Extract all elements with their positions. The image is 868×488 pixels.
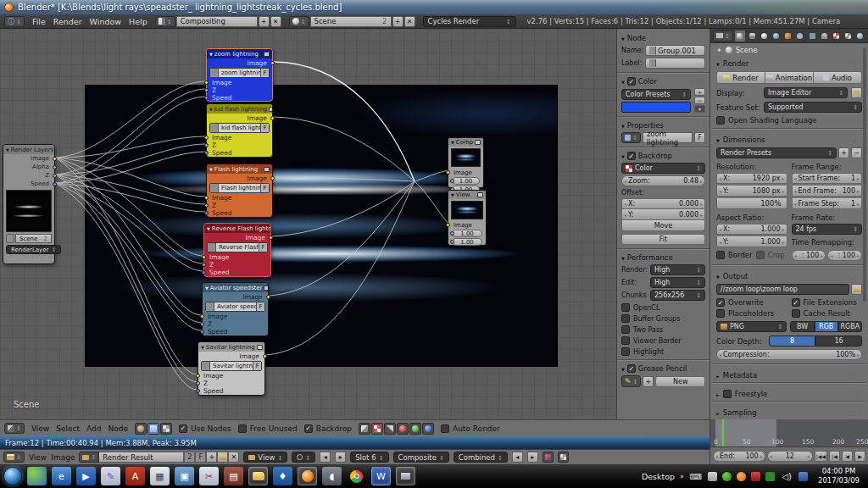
taskbar-chrome-icon[interactable] [347, 467, 366, 485]
node-group-savitar-lightning[interactable]: Savitar lightning Image Savitar lightnin… [198, 341, 265, 396]
collapse-icon[interactable] [207, 225, 210, 232]
next-layer-button[interactable]: ▸ [527, 452, 538, 463]
output-socket-image[interactable] [269, 236, 273, 240]
tray-app-icon-3[interactable] [737, 472, 746, 481]
add-preset-button[interactable]: + [694, 88, 705, 96]
backdrop-fit-button[interactable]: Fit [621, 234, 705, 245]
taskbar-media-player-icon[interactable]: ▶ [76, 467, 96, 485]
backdrop-move-button[interactable]: Move [621, 220, 705, 231]
node-composite[interactable]: Comp Image 1.00 1.00 [448, 137, 484, 188]
taskbar-internet-explorer-icon[interactable]: e [52, 467, 71, 485]
fake-user-button[interactable]: F [260, 184, 269, 192]
alpha-value-slider[interactable]: 1.00 [452, 230, 482, 237]
group-datablock[interactable]: zoom lightningF [209, 68, 270, 78]
tab-physics-icon[interactable] [855, 30, 865, 42]
menu-render[interactable]: Render [53, 17, 82, 26]
panel-color-header[interactable]: Color⋮⋮⋮ [621, 77, 705, 86]
frame-step[interactable]: Frame Step:1 [792, 198, 863, 209]
buffer-groups-checkbox[interactable] [621, 314, 630, 323]
auto-render-checkbox[interactable] [441, 424, 449, 433]
group-datablock[interactable]: kid flash lightningF [209, 123, 270, 133]
pin-icon[interactable]: ✦ [716, 47, 722, 54]
scrollbar[interactable] [863, 47, 866, 302]
use-nodes-checkbox[interactable] [179, 424, 187, 433]
snap-toggle[interactable] [359, 423, 370, 435]
current-frame-field[interactable]: 12 [767, 451, 813, 462]
input-socket-z[interactable] [196, 381, 200, 385]
tab-object-icon[interactable] [783, 30, 793, 42]
view-mode-select[interactable]: View [243, 452, 287, 463]
color-mode-rgb[interactable]: RGB [815, 321, 838, 332]
open-image-button[interactable] [217, 452, 228, 463]
editor-type-button[interactable] [713, 30, 733, 42]
z-value-slider[interactable]: 1.00 [452, 238, 482, 246]
taskbar-calculator-icon[interactable]: ▦ [150, 467, 170, 485]
animation-button[interactable]: Animation [765, 71, 814, 84]
close-scene-button[interactable]: ✕ [404, 16, 415, 27]
freestyle-checkbox[interactable] [723, 390, 732, 398]
backdrop-channel-select[interactable]: Color [621, 163, 705, 174]
panel-render-header[interactable]: Render⋮⋮⋮ [716, 57, 862, 69]
end-frame-field[interactable]: End:100 [713, 451, 765, 462]
menu-view[interactable]: View [31, 424, 49, 433]
output-socket-image[interactable] [263, 354, 267, 358]
collapse-icon[interactable] [451, 139, 454, 146]
input-socket-image[interactable] [446, 223, 450, 227]
image-icon[interactable] [79, 452, 99, 463]
node-color-swatch[interactable] [621, 102, 691, 113]
fake-user-button[interactable]: F [195, 452, 206, 463]
depth-8[interactable]: 8 [769, 336, 815, 347]
fake-user-button[interactable]: F [256, 302, 264, 311]
viewer-border-checkbox[interactable] [621, 336, 630, 345]
node-group-aviator-speedster[interactable]: Aviator speedster Image Aviator speedste… [202, 282, 269, 336]
performance-render-select[interactable]: High [650, 264, 705, 275]
collapse-icon[interactable] [209, 106, 213, 113]
highlight-checkbox[interactable] [621, 347, 630, 356]
depth-16[interactable]: 16 [815, 336, 862, 347]
node-name-field[interactable]: Group.001 [645, 45, 705, 56]
taskbar-dictionary-icon[interactable]: A [125, 467, 145, 485]
overwrite-checkbox[interactable] [716, 298, 725, 307]
start-button[interactable] [3, 467, 22, 485]
scene-icon[interactable] [6, 234, 14, 243]
remap-new[interactable]: : 100 [827, 250, 862, 261]
scene-field[interactable]: Scene2 [310, 16, 392, 27]
editor-type-button[interactable] [3, 452, 25, 463]
fake-user-button[interactable]: F [253, 362, 261, 370]
output-socket-image[interactable] [270, 61, 275, 65]
taskbar-blender-icon[interactable] [298, 467, 317, 485]
tab-render-icon[interactable] [735, 30, 745, 42]
tray-volume-icon[interactable]: ◁) [780, 469, 793, 483]
timeline-ruler[interactable]: 0 50 100 150 200 250 [710, 419, 868, 447]
tray-app-icon-5[interactable] [765, 472, 775, 481]
prev-slot-button[interactable]: ◂ [320, 452, 331, 463]
input-socket-z[interactable] [204, 203, 209, 208]
output-socket-z[interactable] [53, 174, 57, 178]
grease-pencil-checkbox[interactable] [627, 364, 636, 373]
node-group-reverse-flash-lightning[interactable]: Reverse Flash lightning Image Reverse Fl… [203, 223, 271, 277]
tab-constraints-icon[interactable] [795, 30, 805, 42]
audio-button[interactable]: Audio [814, 71, 862, 84]
display-select[interactable]: Image Editor [764, 87, 848, 98]
draw-channels-toggle[interactable] [542, 452, 554, 463]
aspect-y[interactable]: Y:1.000 [716, 236, 787, 247]
input-socket-image[interactable] [202, 255, 206, 259]
grease-pencil-icon[interactable]: ✎ [621, 375, 641, 387]
taskbar-computer-icon[interactable] [396, 467, 415, 485]
panel-backdrop-header[interactable]: Backdrop⋮⋮⋮ [621, 152, 705, 160]
input-socket-image[interactable] [204, 80, 209, 85]
blue-channel-toggle[interactable] [422, 423, 434, 435]
input-socket-speed[interactable] [204, 151, 209, 155]
backdrop-checkbox[interactable] [304, 424, 313, 433]
fake-user-button[interactable]: F [259, 243, 267, 252]
jump-to-start-button[interactable]: |◀◀ [815, 451, 827, 462]
taskbar-word-icon[interactable]: W [371, 467, 391, 485]
node-viewer[interactable]: View Image 1.00 1.00 [448, 190, 487, 246]
remove-preset-button[interactable]: − [694, 97, 705, 104]
end-frame[interactable]: End Frame:100 [792, 186, 863, 197]
folder-icon[interactable] [851, 284, 862, 295]
resolution-percentage[interactable]: 100% [716, 198, 787, 209]
menu-help[interactable]: Help [129, 17, 147, 26]
collapse-icon[interactable] [209, 166, 213, 173]
render-layer-selector[interactable]: RenderLayer [6, 245, 61, 254]
